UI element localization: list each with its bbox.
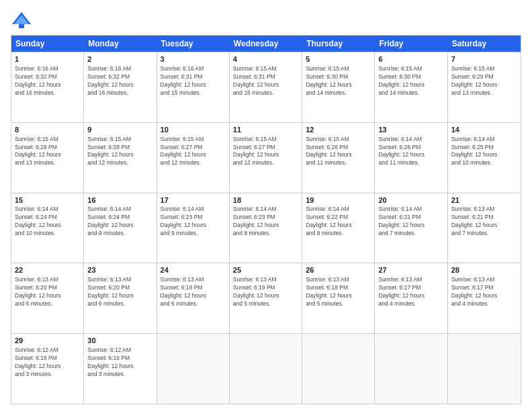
day-number: 10 — [161, 125, 226, 135]
calendar-cell-day-5: 5Sunrise: 6:15 AMSunset: 6:30 PMDaylight… — [302, 52, 375, 122]
cell-details: Sunrise: 6:14 AMSunset: 6:24 PMDaylight:… — [15, 205, 80, 238]
calendar-body: 1Sunrise: 6:16 AMSunset: 6:32 PMDaylight… — [11, 52, 521, 404]
calendar-cell-day-29: 29Sunrise: 6:12 AMSunset: 6:16 PMDayligh… — [11, 334, 84, 404]
cell-details: Sunrise: 6:15 AMSunset: 6:28 PMDaylight:… — [87, 136, 152, 168]
cell-details: Sunrise: 6:14 AMSunset: 6:25 PMDaylight:… — [451, 136, 517, 168]
calendar-cell-day-17: 17Sunrise: 6:14 AMSunset: 6:23 PMDayligh… — [157, 193, 230, 263]
day-number: 19 — [306, 195, 371, 205]
cell-details: Sunrise: 6:15 AMSunset: 6:28 PMDaylight:… — [15, 136, 80, 168]
day-number: 1 — [15, 54, 80, 64]
day-number: 6 — [378, 54, 443, 64]
calendar-cell-empty — [302, 334, 375, 404]
cell-details: Sunrise: 6:15 AMSunset: 6:29 PMDaylight:… — [451, 65, 517, 97]
cell-details: Sunrise: 6:13 AMSunset: 6:21 PMDaylight:… — [451, 205, 517, 238]
cell-details: Sunrise: 6:16 AMSunset: 6:32 PMDaylight:… — [87, 65, 152, 97]
day-number: 22 — [15, 265, 80, 275]
cell-details: Sunrise: 6:13 AMSunset: 6:17 PMDaylight:… — [451, 276, 517, 308]
day-number: 13 — [378, 125, 443, 135]
logo-icon — [11, 11, 32, 30]
calendar-cell-day-22: 22Sunrise: 6:13 AMSunset: 6:20 PMDayligh… — [11, 263, 84, 333]
day-number: 15 — [15, 195, 80, 205]
day-number: 3 — [161, 54, 226, 64]
calendar-cell-day-11: 11Sunrise: 6:15 AMSunset: 6:27 PMDayligh… — [230, 123, 302, 193]
cell-details: Sunrise: 6:13 AMSunset: 6:19 PMDaylight:… — [233, 276, 298, 308]
calendar-cell-day-18: 18Sunrise: 6:14 AMSunset: 6:23 PMDayligh… — [230, 193, 302, 263]
calendar-cell-day-2: 2Sunrise: 6:16 AMSunset: 6:32 PMDaylight… — [84, 52, 157, 122]
day-number: 28 — [451, 265, 517, 275]
calendar-cell-day-21: 21Sunrise: 6:13 AMSunset: 6:21 PMDayligh… — [448, 193, 521, 263]
calendar-cell-day-1: 1Sunrise: 6:16 AMSunset: 6:32 PMDaylight… — [11, 52, 84, 122]
calendar-cell-day-3: 3Sunrise: 6:16 AMSunset: 6:31 PMDaylight… — [157, 52, 230, 122]
day-number: 29 — [15, 336, 80, 346]
day-number: 17 — [161, 195, 226, 205]
calendar-cell-day-15: 15Sunrise: 6:14 AMSunset: 6:24 PMDayligh… — [11, 193, 84, 263]
calendar-row-4: 22Sunrise: 6:13 AMSunset: 6:20 PMDayligh… — [11, 263, 521, 333]
day-number: 12 — [306, 125, 371, 135]
day-number: 9 — [87, 125, 152, 135]
cell-details: Sunrise: 6:14 AMSunset: 6:23 PMDaylight:… — [233, 205, 298, 238]
calendar-cell-empty — [375, 334, 447, 404]
calendar-row-1: 1Sunrise: 6:16 AMSunset: 6:32 PMDaylight… — [11, 52, 521, 122]
calendar-cell-day-20: 20Sunrise: 6:14 AMSunset: 6:21 PMDayligh… — [375, 193, 447, 263]
cell-details: Sunrise: 6:13 AMSunset: 6:18 PMDaylight:… — [306, 276, 371, 308]
calendar-cell-empty — [230, 334, 302, 404]
cell-details: Sunrise: 6:13 AMSunset: 6:17 PMDaylight:… — [378, 276, 443, 308]
calendar-row-2: 8Sunrise: 6:15 AMSunset: 6:28 PMDaylight… — [11, 122, 521, 193]
day-number: 25 — [233, 265, 298, 275]
day-number: 23 — [87, 265, 152, 275]
calendar-cell-day-27: 27Sunrise: 6:13 AMSunset: 6:17 PMDayligh… — [375, 263, 447, 333]
calendar-cell-day-30: 30Sunrise: 6:12 AMSunset: 6:16 PMDayligh… — [84, 334, 157, 404]
calendar-row-5: 29Sunrise: 6:12 AMSunset: 6:16 PMDayligh… — [11, 333, 521, 404]
day-number: 21 — [451, 195, 517, 205]
calendar-cell-day-8: 8Sunrise: 6:15 AMSunset: 6:28 PMDaylight… — [11, 123, 84, 193]
cell-details: Sunrise: 6:13 AMSunset: 6:20 PMDaylight:… — [15, 276, 80, 308]
calendar-cell-day-14: 14Sunrise: 6:14 AMSunset: 6:25 PMDayligh… — [448, 123, 521, 193]
calendar-cell-day-12: 12Sunrise: 6:15 AMSunset: 6:26 PMDayligh… — [302, 123, 375, 193]
calendar-cell-day-26: 26Sunrise: 6:13 AMSunset: 6:18 PMDayligh… — [302, 263, 375, 333]
day-number: 24 — [161, 265, 226, 275]
cell-details: Sunrise: 6:15 AMSunset: 6:31 PMDaylight:… — [233, 65, 298, 97]
day-number: 5 — [306, 54, 371, 64]
cell-details: Sunrise: 6:15 AMSunset: 6:30 PMDaylight:… — [378, 65, 443, 97]
calendar-cell-day-4: 4Sunrise: 6:15 AMSunset: 6:31 PMDaylight… — [230, 52, 302, 122]
day-number: 18 — [233, 195, 298, 205]
header-day-tuesday: Tuesday — [157, 36, 230, 52]
header-day-monday: Monday — [84, 36, 157, 52]
calendar-cell-day-25: 25Sunrise: 6:13 AMSunset: 6:19 PMDayligh… — [230, 263, 302, 333]
calendar-cell-day-13: 13Sunrise: 6:14 AMSunset: 6:26 PMDayligh… — [375, 123, 447, 193]
cell-details: Sunrise: 6:13 AMSunset: 6:20 PMDaylight:… — [87, 276, 152, 308]
header-day-thursday: Thursday — [302, 36, 375, 52]
header-day-saturday: Saturday — [448, 36, 521, 52]
cell-details: Sunrise: 6:16 AMSunset: 6:32 PMDaylight:… — [15, 65, 80, 97]
header-day-sunday: Sunday — [11, 36, 84, 52]
cell-details: Sunrise: 6:14 AMSunset: 6:21 PMDaylight:… — [378, 205, 443, 238]
calendar-row-3: 15Sunrise: 6:14 AMSunset: 6:24 PMDayligh… — [11, 193, 521, 263]
cell-details: Sunrise: 6:15 AMSunset: 6:27 PMDaylight:… — [233, 136, 298, 168]
calendar-cell-day-28: 28Sunrise: 6:13 AMSunset: 6:17 PMDayligh… — [448, 263, 521, 333]
cell-details: Sunrise: 6:16 AMSunset: 6:31 PMDaylight:… — [161, 65, 226, 97]
day-number: 7 — [451, 54, 517, 64]
page: SundayMondayTuesdayWednesdayThursdayFrid… — [0, 0, 532, 411]
cell-details: Sunrise: 6:13 AMSunset: 6:19 PMDaylight:… — [161, 276, 226, 308]
cell-details: Sunrise: 6:15 AMSunset: 6:26 PMDaylight:… — [306, 136, 371, 168]
calendar-cell-empty — [448, 334, 521, 404]
calendar-cell-day-19: 19Sunrise: 6:14 AMSunset: 6:22 PMDayligh… — [302, 193, 375, 263]
calendar-cell-day-24: 24Sunrise: 6:13 AMSunset: 6:19 PMDayligh… — [157, 263, 230, 333]
cell-details: Sunrise: 6:14 AMSunset: 6:22 PMDaylight:… — [306, 205, 371, 238]
day-number: 30 — [87, 336, 152, 346]
calendar-cell-day-7: 7Sunrise: 6:15 AMSunset: 6:29 PMDaylight… — [448, 52, 521, 122]
header-day-wednesday: Wednesday — [230, 36, 302, 52]
cell-details: Sunrise: 6:12 AMSunset: 6:16 PMDaylight:… — [15, 347, 80, 379]
cell-details: Sunrise: 6:15 AMSunset: 6:30 PMDaylight:… — [306, 65, 371, 97]
day-number: 16 — [87, 195, 152, 205]
header-day-friday: Friday — [375, 36, 447, 52]
logo — [11, 11, 35, 30]
day-number: 26 — [306, 265, 371, 275]
calendar-cell-day-9: 9Sunrise: 6:15 AMSunset: 6:28 PMDaylight… — [84, 123, 157, 193]
cell-details: Sunrise: 6:15 AMSunset: 6:27 PMDaylight:… — [161, 136, 226, 168]
cell-details: Sunrise: 6:12 AMSunset: 6:16 PMDaylight:… — [87, 347, 152, 379]
day-number: 14 — [451, 125, 517, 135]
calendar-header: SundayMondayTuesdayWednesdayThursdayFrid… — [11, 36, 521, 52]
day-number: 11 — [233, 125, 298, 135]
day-number: 2 — [87, 54, 152, 64]
